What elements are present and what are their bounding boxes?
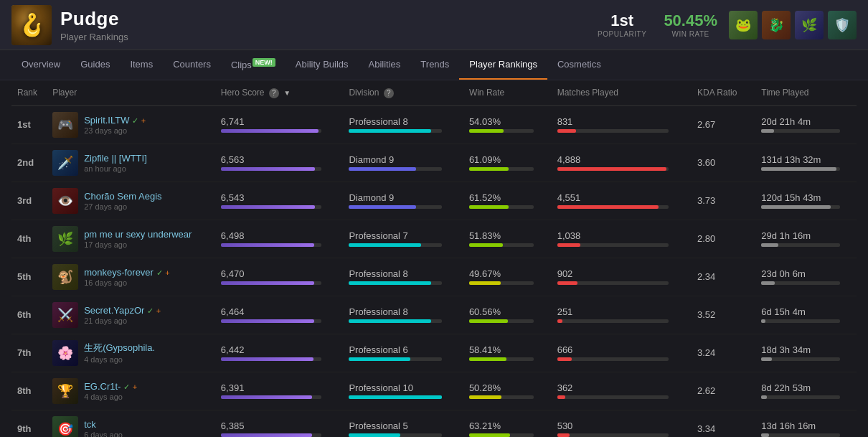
player-info-8: EG.Cr1t- ✓ + 4 days ago [84, 381, 137, 401]
score-value-8: 6,391 [221, 382, 338, 393]
score-bar-4 [221, 243, 321, 247]
player-avatar-3: 👁️ [52, 188, 78, 214]
winrate-bar-fill-6 [469, 319, 508, 323]
winrate-bar-fill-1 [469, 129, 504, 133]
winrate-bar-fill-4 [469, 243, 503, 247]
player-time-4: 17 days ago [84, 240, 192, 249]
division-bar-3 [349, 205, 442, 209]
player-time-2: an hour ago [84, 164, 147, 173]
division-cell-8: Professional 10 [343, 372, 463, 410]
player-info-6: Secret.YapzOr ✓ + 21 days ago [84, 305, 161, 325]
header: 🪝 Pudge Player Rankings 1st POPULARITY 5… [0, 0, 868, 50]
matches-bar-fill-9 [557, 433, 570, 437]
nav-items[interactable]: Items [120, 50, 163, 80]
division-help-icon[interactable]: ? [384, 88, 394, 98]
time-bar-fill-8 [761, 395, 767, 399]
player-info-3: Chorão Sem Aegis 27 days ago [84, 191, 161, 211]
division-name-9: Professional 5 [349, 420, 457, 431]
division-name-6: Professional 8 [349, 306, 457, 317]
related-hero-3[interactable]: 🌿 [795, 11, 824, 39]
winrate-cell-1: 54.03% [463, 105, 552, 144]
division-cell-1: Professional 8 [343, 105, 463, 144]
time-value-3: 120d 15h 43m [761, 192, 851, 203]
nav-ability-builds[interactable]: Ability Builds [286, 50, 359, 80]
score-bar-fill-4 [221, 243, 314, 247]
matches-cell-4: 1,038 [552, 220, 692, 258]
col-hero-score[interactable]: Hero Score ? ▼ [215, 80, 344, 105]
popularity-rank: 1st [598, 11, 646, 30]
rankings-table: Rank Player Hero Score ? ▼ Division ? Wi… [11, 80, 857, 437]
col-rank: Rank [11, 80, 47, 105]
nav-player-rankings[interactable]: Player Rankings [459, 50, 547, 80]
division-name-3: Diamond 9 [349, 192, 457, 203]
kda-cell-7: 3.24 [692, 334, 755, 372]
time-cell-1: 20d 21h 4m [755, 105, 857, 144]
score-value-1: 6,741 [221, 116, 338, 127]
score-bar-6 [221, 319, 321, 323]
player-name-8[interactable]: EG.Cr1t- [84, 381, 121, 392]
kda-value-2: 3.60 [697, 157, 750, 168]
time-cell-8: 8d 22h 53m [755, 372, 857, 410]
matches-value-7: 666 [557, 344, 686, 355]
player-name-5[interactable]: monkeys-forever [84, 267, 154, 278]
player-name-6[interactable]: Secret.YapzOr [84, 305, 144, 316]
winrate-value-8: 50.28% [469, 382, 546, 393]
division-bar-fill-2 [349, 167, 416, 171]
nav-abilities[interactable]: Abilities [359, 50, 411, 80]
time-bar-fill-7 [761, 357, 771, 361]
player-name-3[interactable]: Chorão Sem Aegis [84, 191, 161, 202]
player-time-1: 23 days ago [84, 126, 146, 135]
player-name-7[interactable]: 生死(Gypsophila. [84, 342, 155, 353]
division-name-1: Professional 8 [349, 116, 457, 127]
player-name-2[interactable]: Zipfile || [WTTI] [84, 153, 147, 164]
time-bar-6 [761, 319, 840, 323]
rank-cell-9: 9th [11, 410, 47, 437]
score-value-5: 6,470 [221, 268, 338, 279]
winrate-cell-8: 50.28% [463, 372, 552, 410]
score-bar-2 [221, 167, 321, 171]
player-name-4[interactable]: pm me ur sexy underwear [84, 229, 192, 240]
player-info-9: tck 6 days ago [84, 419, 123, 437]
hero-avatar-face: 🪝 [19, 12, 45, 37]
score-bar-9 [221, 433, 321, 437]
related-hero-2[interactable]: 🐉 [762, 11, 791, 39]
kda-cell-6: 3.52 [692, 296, 755, 334]
nav-guides[interactable]: Guides [70, 50, 120, 80]
player-cell-6: ⚔️ Secret.YapzOr ✓ + 21 days ago [47, 296, 215, 334]
matches-value-1: 831 [557, 116, 686, 127]
related-hero-1[interactable]: 🐸 [729, 11, 758, 39]
matches-value-6: 251 [557, 306, 686, 317]
matches-cell-7: 666 [552, 334, 692, 372]
player-cell-5: 🐒 monkeys-forever ✓ + 16 days ago [47, 258, 215, 296]
division-name-5: Professional 8 [349, 268, 457, 279]
division-name-2: Diamond 9 [349, 154, 457, 165]
player-cell-2: 🗡️ Zipfile || [WTTI] an hour ago [47, 144, 215, 182]
matches-bar-1 [557, 129, 669, 133]
nav: Overview Guides Items Counters ClipsNEW!… [0, 50, 868, 80]
kda-value-6: 3.52 [697, 309, 750, 320]
time-cell-3: 120d 15h 43m [755, 182, 857, 220]
time-bar-4 [761, 243, 840, 247]
matches-bar-fill-6 [557, 319, 563, 323]
nav-clips[interactable]: ClipsNEW! [221, 50, 286, 80]
hero-title: Pudge Player Rankings [60, 8, 598, 42]
player-cell-3: 👁️ Chorão Sem Aegis 27 days ago [47, 182, 215, 220]
score-bar-fill-2 [221, 167, 316, 171]
player-time-8: 4 days ago [84, 393, 137, 401]
player-cell-4: 🌿 pm me ur sexy underwear 17 days ago [47, 220, 215, 258]
nav-overview[interactable]: Overview [11, 50, 70, 80]
matches-value-5: 902 [557, 268, 686, 279]
score-bar-8 [221, 395, 321, 399]
hero-score-help-icon[interactable]: ? [269, 88, 279, 98]
player-name-1[interactable]: Spirit.ILTW [84, 115, 129, 126]
related-hero-4[interactable]: 🛡️ [828, 11, 857, 39]
nav-counters[interactable]: Counters [163, 50, 221, 80]
nav-cosmetics[interactable]: Cosmetics [547, 50, 611, 80]
nav-trends[interactable]: Trends [410, 50, 459, 80]
time-value-2: 131d 13h 32m [761, 154, 851, 165]
matches-bar-6 [557, 319, 669, 323]
score-bar-fill-5 [221, 281, 314, 285]
player-name-9[interactable]: tck [84, 419, 96, 430]
kda-value-5: 2.34 [697, 271, 750, 282]
winrate-bar-fill-7 [469, 357, 506, 361]
